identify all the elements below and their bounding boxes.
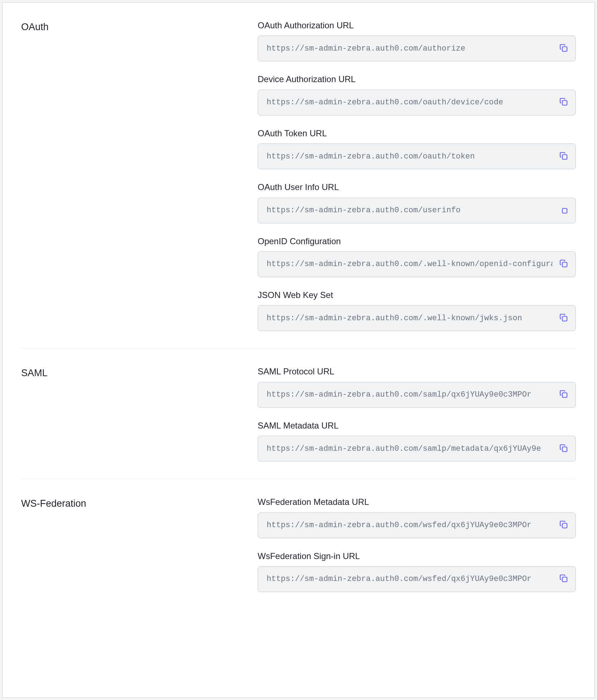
field-oauth-user-info-url: OAuth User Info URL <box>258 181 576 223</box>
section-divider <box>21 348 576 349</box>
svg-rect-4 <box>562 262 567 267</box>
field-oauth-token-url: OAuth Token URL <box>258 128 576 169</box>
section-wsfed: WS-Federation WsFederation Metadata URL <box>21 496 576 609</box>
field-label: OpenID Configuration <box>258 236 576 247</box>
readonly-input <box>258 90 576 115</box>
copy-button[interactable] <box>558 389 569 400</box>
copy-button[interactable] <box>558 205 569 216</box>
field-saml-metadata-url: SAML Metadata URL <box>258 420 576 462</box>
copy-button[interactable] <box>558 151 569 162</box>
field-oauth-authorization-url: OAuth Authorization URL <box>258 20 576 61</box>
field-value[interactable] <box>267 314 553 323</box>
svg-rect-8 <box>562 523 567 528</box>
field-label: SAML Protocol URL <box>258 366 576 377</box>
copy-button[interactable] <box>558 520 569 531</box>
field-json-web-key-set: JSON Web Key Set <box>258 289 576 331</box>
readonly-input <box>258 512 576 538</box>
readonly-input <box>258 566 576 592</box>
svg-rect-3 <box>562 208 567 213</box>
fields-oauth: OAuth Authorization URL Device Authoriza… <box>258 20 576 331</box>
section-saml: SAML SAML Protocol URL SAML Metadata <box>21 366 576 479</box>
readonly-input <box>258 305 576 331</box>
field-device-authorization-url: Device Authorization URL <box>258 74 576 115</box>
field-label: Device Authorization URL <box>258 74 576 85</box>
field-wsfed-metadata-url: WsFederation Metadata URL <box>258 496 576 538</box>
copy-icon <box>559 205 568 216</box>
field-value[interactable] <box>267 574 553 583</box>
svg-rect-0 <box>562 47 567 51</box>
copy-icon <box>559 259 568 269</box>
readonly-input <box>258 36 576 61</box>
section-title-saml: SAML <box>21 366 258 380</box>
field-value[interactable] <box>267 152 553 161</box>
copy-button[interactable] <box>558 443 569 454</box>
field-value[interactable] <box>267 390 553 399</box>
field-label: OAuth User Info URL <box>258 181 576 193</box>
field-label: OAuth Authorization URL <box>258 20 576 31</box>
copy-button[interactable] <box>558 43 569 54</box>
copy-button[interactable] <box>558 574 569 585</box>
copy-button[interactable] <box>558 97 569 108</box>
readonly-input <box>258 198 576 223</box>
copy-button[interactable] <box>558 313 569 323</box>
field-openid-configuration: OpenID Configuration <box>258 236 576 277</box>
field-label: SAML Metadata URL <box>258 420 576 431</box>
field-wsfed-signin-url: WsFederation Sign-in URL <box>258 550 576 592</box>
readonly-input <box>258 251 576 277</box>
section-oauth: OAuth OAuth Authorization URL Device <box>21 20 576 348</box>
copy-icon <box>559 444 568 454</box>
section-title-wsfed: WS-Federation <box>21 496 258 511</box>
field-value[interactable] <box>267 98 553 107</box>
field-value[interactable] <box>267 444 553 453</box>
readonly-input <box>258 143 576 169</box>
copy-icon <box>559 574 568 584</box>
svg-rect-1 <box>562 100 567 105</box>
copy-icon <box>559 97 568 108</box>
copy-icon <box>559 43 568 54</box>
fields-saml: SAML Protocol URL SAML Metadata URL <box>258 366 576 462</box>
field-saml-protocol-url: SAML Protocol URL <box>258 366 576 407</box>
section-divider <box>21 479 576 479</box>
field-label: WsFederation Metadata URL <box>258 496 576 508</box>
svg-rect-2 <box>562 155 567 159</box>
field-value[interactable] <box>267 44 553 53</box>
readonly-input <box>258 382 576 408</box>
section-title-oauth: OAuth <box>21 20 258 34</box>
readonly-input <box>258 436 576 462</box>
copy-icon <box>559 313 568 323</box>
field-label: WsFederation Sign-in URL <box>258 550 576 562</box>
field-label: JSON Web Key Set <box>258 289 576 301</box>
copy-button[interactable] <box>558 259 569 270</box>
field-label: OAuth Token URL <box>258 128 576 139</box>
svg-rect-9 <box>562 577 567 582</box>
copy-icon <box>559 389 568 400</box>
fields-wsfed: WsFederation Metadata URL WsFederation S… <box>258 496 576 592</box>
svg-rect-6 <box>562 393 567 397</box>
copy-icon <box>559 151 568 162</box>
settings-card: OAuth OAuth Authorization URL Device <box>2 2 595 698</box>
field-value[interactable] <box>267 260 553 269</box>
field-value[interactable] <box>267 521 553 530</box>
field-value[interactable] <box>267 206 553 215</box>
svg-rect-5 <box>562 316 567 321</box>
copy-icon <box>559 520 568 530</box>
svg-rect-7 <box>562 447 567 451</box>
